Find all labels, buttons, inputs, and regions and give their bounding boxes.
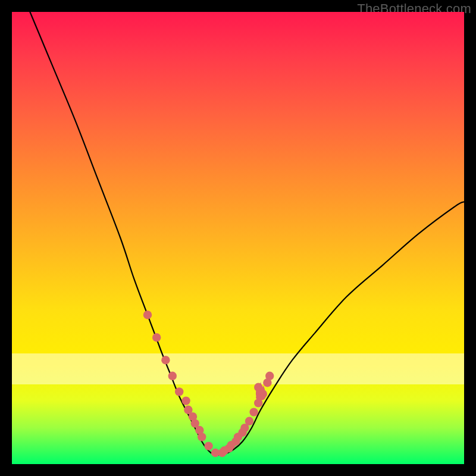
marker-group: [143, 311, 274, 457]
flame-base: [256, 394, 265, 400]
curve-right-branch: [215, 202, 464, 455]
data-point: [175, 387, 183, 396]
data-point: [220, 446, 228, 455]
chart-svg: [12, 12, 464, 464]
data-point: [161, 356, 170, 364]
data-point: [265, 372, 274, 380]
data-point: [204, 441, 212, 450]
plot-area: [12, 12, 464, 464]
outer-frame: TheBottleneck.com: [0, 0, 476, 476]
data-point: [189, 412, 197, 421]
data-point: [234, 433, 242, 441]
curve-left-branch: [30, 12, 215, 455]
data-point: [227, 441, 235, 449]
data-point: [143, 311, 152, 319]
data-point: [240, 424, 249, 432]
data-point: [181, 396, 190, 405]
data-point: [152, 333, 161, 342]
data-point: [249, 408, 258, 416]
data-point: [195, 426, 203, 434]
data-point: [168, 372, 177, 380]
curve-group: [30, 12, 464, 455]
